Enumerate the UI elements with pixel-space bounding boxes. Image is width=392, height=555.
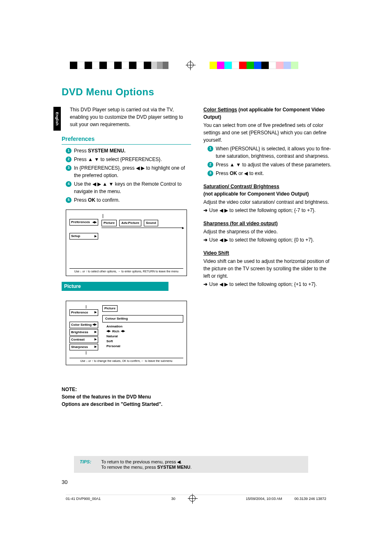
osd-item: Brightness▶ (69, 329, 98, 336)
step-text: In {PREFERENCES}, press ◀ ▶ to highlight… (74, 164, 191, 179)
preferences-heading: Preferences (62, 135, 191, 145)
osd-item: Color Setting◀▶ (69, 322, 98, 328)
osd-preferences: Preferences◀▶ Setup▶ Picture Adv.Picture… (66, 210, 187, 276)
body-text: Video shift can be used to adjust the ho… (203, 258, 333, 280)
right-column: Color Settings (not applicable for Compo… (203, 106, 333, 408)
osd-option: Animation (106, 324, 183, 329)
note-heading: NOTE: (62, 386, 168, 393)
body-text: Adjust the sharpness of the video. (203, 228, 333, 235)
step-cs1: 1When {PERSONAL} is selected, it allows … (208, 145, 333, 160)
osd-hint: Use ↓ or ↑ to change the values, OK to c… (69, 358, 183, 364)
bullet-icon: 3 (208, 170, 213, 176)
osd-item: Setup▶ (69, 233, 98, 240)
step-text: to confirm. (95, 197, 120, 203)
page-title: DVD Menu Options (62, 86, 333, 98)
video-shift-heading: Video Shift (203, 250, 229, 256)
osd-item: Preferences◀▶ (69, 219, 98, 226)
step-text: or ◀ to exit. (237, 170, 264, 176)
picture-heading: Picture (62, 282, 168, 291)
step-text: Use the ◀ ▶ ▲ ▼ keys on the Remote Contr… (74, 180, 191, 195)
osd-hint: Use ↓ or ↑ to select other options, → to… (69, 268, 183, 274)
tips-box: TIPS: To return to the previous menu, pr… (74, 456, 308, 473)
left-column: This DVD Player setup is carried out via… (62, 106, 191, 408)
body-text: You can select from one of five predefin… (203, 122, 333, 144)
bullet-icon: 2 (66, 157, 71, 162)
footer-file: 01-41 DVP900_00A1 (66, 497, 101, 501)
page-content: English DVD Menu Options This DVD Player… (62, 86, 333, 408)
footer-date: 15/09/2004, 10:03 AM (246, 497, 282, 501)
tips-line: To remove the menu, press SYSTEM MENU. (101, 465, 191, 470)
page-number: 30 (62, 479, 67, 485)
osd-tab: Picture (102, 305, 118, 312)
bullet-icon: 1 (208, 146, 213, 152)
note-block: NOTE: Some of the features in the DVD Me… (62, 386, 168, 408)
osd-item: Sharpness▶ (69, 344, 98, 350)
step-1: 1Press SYSTEM MENU. (66, 147, 191, 154)
bullet-icon: 1 (66, 148, 71, 154)
heading-suffix: (for all video output) (228, 221, 277, 226)
osd-subhead: Colour Setting (102, 315, 183, 322)
registration-target-icon (187, 62, 194, 68)
step-text: When {PERSONAL} is selected, it allows y… (216, 145, 333, 160)
osd-tab: Picture (101, 220, 117, 226)
footer-code: 00.3139 246 13872 (294, 497, 326, 501)
arrow-icon: ➜ (203, 207, 208, 213)
step-text: Press (74, 148, 88, 154)
arrow-icon: ➜ (203, 281, 208, 287)
footer: 01-41 DVP900_00A1 30 15/09/2004, 10:03 A… (66, 495, 326, 501)
osd-tab: Sound (144, 220, 158, 226)
registration-marks (0, 62, 392, 74)
step-5: 5Press OK to confirm. (66, 196, 191, 204)
bullet-icon: 2 (208, 162, 213, 168)
osd-option: Personal (106, 344, 183, 349)
step-text: Press ▲ ▼ to select {PREFERENCES}. (74, 156, 162, 163)
step-text: Press ▲ ▼ to adjust the values of these … (216, 161, 331, 168)
osd-item: Preference▶ (69, 309, 98, 316)
step-3: 3In {PREFERENCES}, press ◀ ▶ to highligh… (66, 164, 191, 179)
step-2: 2Press ▲ ▼ to select {PREFERENCES}. (66, 156, 191, 163)
intro-text: This DVD Player setup is carried out via… (70, 106, 191, 128)
tips-label: TIPS: (80, 459, 91, 470)
footer-page: 30 (171, 497, 175, 501)
language-tab: English (53, 107, 61, 131)
note-body: Some of the features in the DVD Menu Opt… (62, 393, 168, 408)
osd-option: Natural (106, 334, 183, 339)
step-text-bold: OK (88, 197, 95, 203)
bullet-icon: 3 (66, 165, 71, 171)
osd-picture: Preference▶ Color Setting◀▶ Brightness▶ … (66, 301, 187, 366)
body-text: ➜Use ◀ ▶ to select the following option;… (203, 281, 333, 288)
osd-tab: Adv.Picture (119, 220, 141, 226)
step-text-bold: SYSTEM MENU. (88, 148, 125, 154)
color-settings-heading: Color Settings (203, 107, 237, 113)
sharpness-heading: Sharpness (203, 221, 228, 226)
scb-heading: Saturation/ Contrast/ Brightness (203, 183, 333, 190)
step-cs3: 3Press OK or ◀ to exit. (208, 170, 333, 177)
osd-option: Soft (106, 339, 183, 344)
body-text: Adjust the video color saturation/ contr… (203, 198, 333, 206)
osd-item: Contrast▶ (69, 336, 98, 343)
heading-suffix: (not applicable for Component Video Outp… (203, 191, 309, 197)
step-text: Press (216, 170, 230, 176)
body-text: ➜Use ◀ ▶ to select the following option;… (203, 236, 333, 244)
tips-line: To return to the previous menu, press ◀. (101, 459, 191, 465)
arrow-icon: ➜ (203, 237, 208, 243)
step-text: Press (74, 197, 88, 203)
step-text-bold: OK (230, 170, 237, 176)
osd-option: ◀▶Rich◀▶ (106, 329, 183, 334)
step-cs2: 2Press ▲ ▼ to adjust the values of these… (208, 161, 333, 168)
body-text: ➜Use ◀ ▶ to select the following option;… (203, 207, 333, 214)
bullet-icon: 4 (66, 181, 71, 187)
step-4: 4Use the ◀ ▶ ▲ ▼ keys on the Remote Cont… (66, 180, 191, 195)
bullet-icon: 5 (66, 197, 71, 203)
